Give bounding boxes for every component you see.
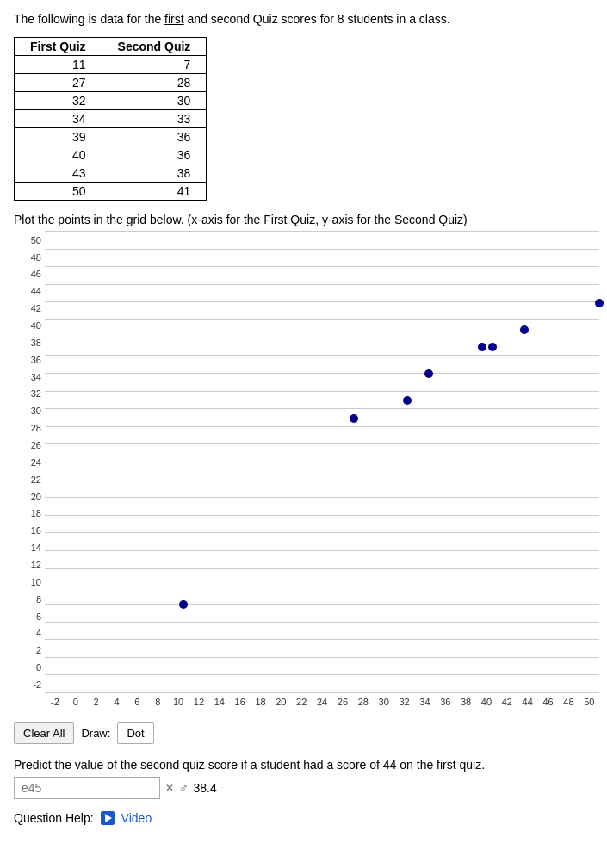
toolbar: Clear All Draw: Dot [14, 722, 593, 744]
x-label: 50 [579, 693, 599, 714]
grid-line [45, 319, 599, 320]
x-label: 30 [374, 693, 394, 714]
y-label: 12 [14, 556, 45, 574]
data-point [179, 600, 188, 609]
intro-after: and second Quiz scores for 8 students in… [184, 12, 450, 26]
draw-label: Draw: [81, 727, 110, 740]
col2-header: Second Quiz [102, 38, 207, 56]
x-label: 16 [230, 693, 251, 714]
x-label: 22 [291, 693, 312, 714]
x-label: 10 [168, 693, 189, 714]
data-point [424, 369, 433, 378]
data-point [403, 396, 412, 405]
first-quiz-value: 27 [15, 74, 102, 92]
question-help: Question Help: Video [14, 811, 593, 825]
first-quiz-value: 34 [15, 110, 102, 128]
grid-line [45, 462, 599, 462]
y-label: 36 [14, 351, 45, 369]
grid-line [45, 532, 599, 533]
y-label: 38 [14, 334, 45, 351]
grid-line [45, 604, 599, 604]
intro-underline: first [164, 12, 184, 26]
grid-line [45, 355, 599, 356]
intro-before: The following is data for the [14, 12, 164, 26]
x-label: 8 [147, 693, 168, 714]
x-label: -2 [45, 693, 65, 714]
first-quiz-value: 32 [15, 92, 102, 110]
grid-line [45, 674, 599, 675]
second-quiz-value: 33 [102, 110, 207, 128]
grid-line [45, 426, 599, 427]
clear-all-button[interactable]: Clear All [14, 722, 74, 744]
y-label: 2 [14, 642, 45, 659]
table-row: 3230 [15, 92, 207, 110]
predict-section: Predict the value of the second quiz sco… [14, 758, 593, 799]
predict-input[interactable] [14, 777, 160, 799]
x-label: 4 [107, 693, 127, 714]
predict-input-row: ✕ ♂ 38.4 [14, 777, 593, 799]
data-table: First Quiz Second Quiz 11727283230343339… [14, 37, 207, 201]
table-row: 117 [15, 56, 207, 74]
first-quiz-value: 43 [15, 164, 102, 183]
grid-line [45, 391, 599, 392]
data-point [488, 343, 497, 351]
x-axis-labels: -202468101214161820222426283032343638404… [45, 693, 599, 714]
x-label: 0 [65, 693, 86, 714]
grid-line [45, 249, 599, 250]
y-label: 30 [14, 402, 45, 419]
y-label: 28 [14, 419, 45, 437]
grid-line [45, 373, 599, 374]
clear-input-icon[interactable]: ✕ [165, 782, 174, 794]
second-quiz-value: 36 [102, 146, 207, 164]
x-label: 2 [86, 693, 107, 714]
y-label: 8 [14, 591, 45, 608]
video-link[interactable]: Video [121, 811, 152, 825]
grid-line [45, 480, 599, 480]
y-axis-labels: -202468101214161820222426283032343638404… [14, 232, 45, 693]
predict-text: Predict the value of the second quiz sco… [14, 758, 593, 772]
answer-value: 38.4 [194, 781, 217, 795]
chart-container: -202468101214161820222426283032343638404… [14, 232, 599, 714]
y-label: 32 [14, 386, 45, 403]
grid-line [45, 568, 599, 569]
grid-line [45, 586, 599, 586]
first-quiz-value: 50 [15, 183, 102, 201]
x-label: 42 [497, 693, 517, 714]
y-label: 16 [14, 522, 45, 539]
grid-line [45, 231, 599, 232]
y-label: 34 [14, 369, 45, 386]
y-label: 42 [14, 300, 45, 317]
y-label: 18 [14, 505, 45, 523]
grid-line [45, 338, 599, 338]
gender-icon: ♂ [179, 781, 189, 795]
second-quiz-value: 7 [102, 56, 207, 74]
plot-instruction: Plot the points in the grid below. (x-ax… [14, 213, 593, 226]
table-row: 4338 [15, 164, 207, 183]
dot-button[interactable]: Dot [117, 722, 153, 744]
x-label: 26 [332, 693, 353, 714]
x-label: 14 [209, 693, 230, 714]
table-row: 3936 [15, 128, 207, 146]
x-label: 36 [435, 693, 455, 714]
x-label: 38 [455, 693, 476, 714]
y-label: -2 [14, 676, 45, 693]
play-icon[interactable] [101, 811, 115, 825]
intro-text: The following is data for the first and … [14, 10, 593, 28]
y-label: 24 [14, 454, 45, 471]
second-quiz-value: 38 [102, 164, 207, 183]
x-label: 24 [312, 693, 332, 714]
x-label: 20 [270, 693, 291, 714]
y-label: 14 [14, 539, 45, 556]
grid-line [45, 622, 599, 623]
x-label: 44 [517, 693, 538, 714]
grid-line [45, 550, 599, 551]
y-label: 6 [14, 608, 45, 625]
grid-line [45, 284, 599, 285]
grid-line [45, 266, 599, 267]
x-label: 40 [476, 693, 497, 714]
first-quiz-value: 11 [15, 56, 102, 74]
x-label: 32 [394, 693, 415, 714]
second-quiz-value: 41 [102, 183, 207, 201]
grid-line [45, 515, 599, 516]
y-label: 4 [14, 625, 45, 642]
